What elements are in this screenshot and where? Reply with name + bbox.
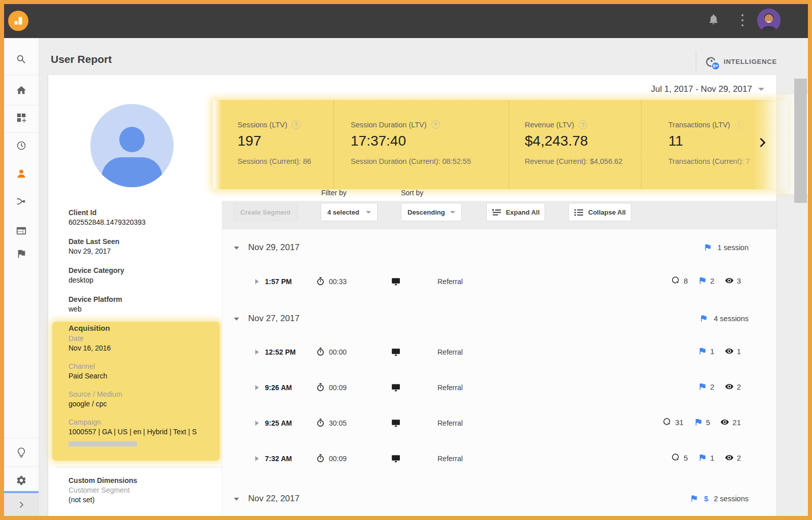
pageviews-stat: 21 — [720, 418, 741, 427]
goals-stat: 5 — [694, 418, 710, 427]
kebab-menu-icon[interactable] — [738, 13, 747, 27]
click-icon — [663, 418, 672, 427]
session-row[interactable]: 9:26 AM 00:09 Referral 2 2 — [222, 378, 776, 398]
session-row[interactable]: 7:32 AM 00:09 Referral 5 1 2 — [222, 449, 776, 469]
date-range-selector[interactable]: Jul 1, 2017 - Nov 29, 2017 — [629, 80, 776, 101]
sidebar-item-discover[interactable] — [4, 441, 39, 464]
hits-count: 5 — [684, 454, 688, 462]
metric-session-duration: Session Duration (LTV)? 17:37:40 Session… — [333, 100, 509, 189]
metric-revenue: Revenue (LTV)? $4,243.78 Revenue (Curren… — [509, 100, 641, 189]
click-icon — [671, 276, 681, 285]
sidebar-divider — [4, 75, 39, 75]
avatar-head-shape — [119, 127, 145, 152]
sidebar-item-home[interactable] — [4, 79, 39, 101]
metric-current: Sessions (Current): 86 — [238, 157, 333, 165]
avatar-body-shape — [101, 157, 162, 187]
flag-icon — [698, 382, 707, 391]
session-time: 7:32 AM — [265, 455, 292, 463]
sidebar-item-conversions[interactable] — [4, 242, 39, 265]
stopwatch-icon — [316, 347, 325, 357]
help-icon[interactable]: ? — [292, 120, 300, 129]
user-avatar[interactable] — [757, 9, 781, 32]
expand-session-icon[interactable] — [255, 385, 259, 390]
desktop-icon — [391, 276, 401, 287]
collapse-group-icon[interactable] — [234, 498, 239, 501]
collapse-all-label: Collapse All — [588, 209, 626, 216]
goals-stat: 2 — [698, 276, 714, 285]
goals-count: 1 — [710, 454, 714, 462]
sidebar-item-admin[interactable] — [4, 469, 39, 492]
person-icon — [16, 168, 27, 179]
horizontal-scrollbar-thumb[interactable] — [69, 441, 137, 446]
detail-value: desktop — [69, 275, 221, 285]
date-group-header[interactable]: Nov 27, 2017 4 sessions — [222, 309, 776, 330]
notifications-bell-icon[interactable] — [707, 13, 720, 25]
goals-stat: 1 — [698, 346, 714, 356]
chevron-down-icon — [758, 88, 764, 91]
pageviews-stat: 2 — [725, 453, 741, 462]
help-icon[interactable]: ? — [579, 120, 587, 129]
stopwatch-icon — [316, 383, 325, 392]
acq-field-label: Source / Medium — [69, 390, 217, 399]
session-row[interactable]: 9:25 AM 30:05 Referral 31 5 21 — [222, 413, 776, 434]
flag-icon — [698, 276, 707, 285]
filter-dropdown[interactable]: 4 selected — [321, 203, 378, 221]
acquisition-title: Acquisition — [69, 323, 217, 333]
clock-icon — [16, 140, 27, 151]
expand-session-icon[interactable] — [255, 456, 259, 461]
sidebar-item-customization[interactable] — [4, 107, 39, 129]
session-count-badge: 2 sessions — [714, 495, 749, 503]
metric-value: $4,243.78 — [525, 133, 641, 149]
web-page-icon — [16, 225, 27, 236]
session-duration: 00:00 — [329, 348, 347, 356]
goals-count: 2 — [710, 383, 714, 391]
sidebar-item-acquisition[interactable] — [4, 190, 39, 213]
flag-icon — [699, 314, 708, 323]
custom-dimension-value: (not set) — [69, 495, 221, 505]
sidebar-item-audience-active[interactable] — [4, 162, 39, 185]
detail-label: Device Platform — [69, 295, 221, 304]
flag-icon — [698, 346, 707, 356]
pageviews-stat: 2 — [725, 382, 741, 391]
help-icon[interactable]: ? — [735, 120, 743, 129]
expand-session-icon[interactable] — [255, 421, 259, 426]
analytics-logo-icon[interactable] — [8, 11, 28, 31]
visitor-avatar — [90, 104, 174, 187]
intelligence-button[interactable]: 9+ INTELLIGENCE — [703, 53, 777, 70]
sidebar-item-realtime[interactable] — [4, 134, 39, 157]
sidebar-item-behavior[interactable] — [4, 220, 39, 242]
flag-icon — [703, 243, 712, 252]
collapse-all-button[interactable]: Collapse All — [568, 203, 631, 221]
session-row[interactable]: 1:57 PM 00:33 Referral 8 2 3 — [222, 272, 776, 292]
help-icon[interactable]: ? — [431, 120, 440, 129]
sort-dropdown[interactable]: Descending — [401, 203, 462, 221]
search-icon — [16, 54, 27, 65]
sidebar-item-search[interactable] — [4, 48, 39, 71]
metrics-next-page-button[interactable] — [756, 136, 768, 149]
detail-value: 602552848.1479320393 — [69, 218, 221, 227]
expand-session-icon[interactable] — [255, 350, 259, 355]
collapse-group-icon[interactable] — [234, 318, 239, 321]
filter-by-label: Filter by — [321, 189, 347, 197]
date-group-header[interactable]: Nov 29, 2017 1 session — [222, 238, 776, 259]
sidebar-collapse-button[interactable] — [4, 493, 39, 516]
date-group-header[interactable]: Nov 22, 2017 $ 2 sessions — [222, 490, 776, 510]
session-count-badge: 4 sessions — [714, 315, 749, 323]
expand-session-icon[interactable] — [255, 279, 259, 284]
metric-current: Transactions (Current): 7 — [668, 157, 788, 165]
home-icon — [16, 85, 27, 96]
metric-label: Transactions (LTV) — [668, 121, 730, 129]
collapse-group-icon[interactable] — [234, 247, 239, 250]
expand-all-button[interactable]: Expand All — [486, 203, 545, 221]
acquisition-section: Acquisition Date Nov 16, 2016 Channel Pa… — [69, 323, 217, 437]
pageviews-count: 1 — [737, 347, 741, 356]
metric-value: 11 — [668, 133, 788, 149]
details-divider — [56, 467, 228, 467]
avatar-photo — [757, 9, 781, 32]
session-row[interactable]: 12:52 PM 00:00 Referral 1 1 — [222, 342, 776, 363]
vertical-scrollbar-thumb[interactable] — [794, 79, 807, 203]
metric-label: Revenue (LTV) — [525, 121, 574, 129]
pageviews-count: 2 — [737, 454, 741, 462]
acq-field-label: Channel — [69, 362, 217, 371]
group-date: Nov 29, 2017 — [248, 242, 299, 253]
